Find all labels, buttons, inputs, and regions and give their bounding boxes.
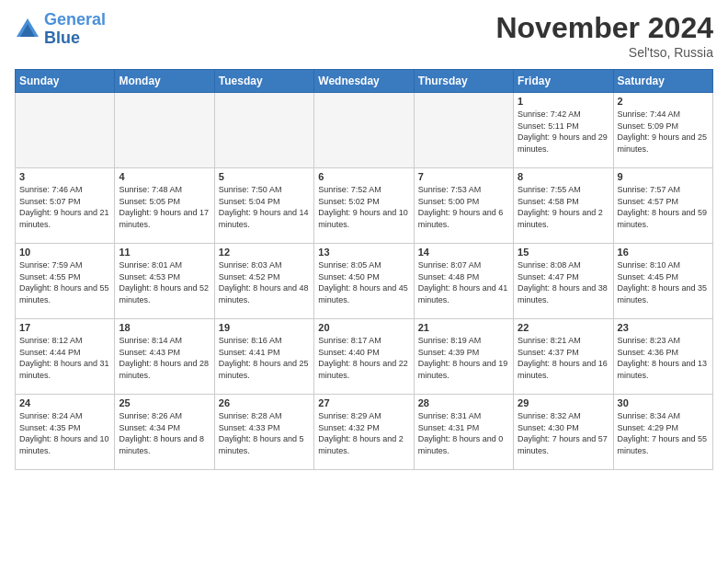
day-number: 9: [618, 171, 709, 182]
day-number: 23: [618, 322, 709, 333]
day-cell-1-6: 9Sunrise: 7:57 AM Sunset: 4:57 PM Daylig…: [613, 168, 712, 244]
header-thursday: Thursday: [414, 70, 513, 93]
day-info: Sunrise: 8:32 AM Sunset: 4:30 PM Dayligh…: [518, 410, 609, 456]
day-number: 13: [318, 247, 409, 258]
title-area: November 2024 Sel'tso, Russia: [495, 11, 713, 60]
day-info: Sunrise: 7:42 AM Sunset: 5:11 PM Dayligh…: [518, 109, 609, 155]
day-info: Sunrise: 8:05 AM Sunset: 4:50 PM Dayligh…: [318, 259, 409, 305]
day-cell-0-2: [214, 93, 313, 168]
day-cell-3-2: 19Sunrise: 8:16 AM Sunset: 4:41 PM Dayli…: [214, 319, 313, 395]
day-cell-4-1: 25Sunrise: 8:26 AM Sunset: 4:34 PM Dayli…: [115, 395, 214, 470]
day-number: 14: [418, 247, 509, 258]
day-cell-1-2: 5Sunrise: 7:50 AM Sunset: 5:04 PM Daylig…: [214, 168, 313, 244]
day-number: 6: [318, 171, 409, 182]
day-cell-3-4: 21Sunrise: 8:19 AM Sunset: 4:39 PM Dayli…: [414, 319, 513, 395]
day-info: Sunrise: 8:03 AM Sunset: 4:52 PM Dayligh…: [219, 259, 310, 305]
day-info: Sunrise: 8:34 AM Sunset: 4:29 PM Dayligh…: [618, 410, 709, 456]
day-info: Sunrise: 8:29 AM Sunset: 4:32 PM Dayligh…: [318, 410, 409, 456]
day-number: 27: [318, 397, 409, 408]
day-info: Sunrise: 8:26 AM Sunset: 4:34 PM Dayligh…: [119, 410, 210, 456]
day-number: 2: [618, 96, 709, 107]
day-info: Sunrise: 8:21 AM Sunset: 4:37 PM Dayligh…: [518, 335, 609, 381]
day-info: Sunrise: 8:24 AM Sunset: 4:35 PM Dayligh…: [19, 410, 110, 456]
day-cell-0-6: 2Sunrise: 7:44 AM Sunset: 5:09 PM Daylig…: [613, 93, 712, 168]
day-cell-2-4: 14Sunrise: 8:07 AM Sunset: 4:48 PM Dayli…: [414, 244, 513, 319]
day-number: 8: [518, 171, 609, 182]
day-cell-4-0: 24Sunrise: 8:24 AM Sunset: 4:35 PM Dayli…: [16, 395, 115, 470]
day-info: Sunrise: 8:14 AM Sunset: 4:43 PM Dayligh…: [119, 335, 210, 381]
day-info: Sunrise: 8:28 AM Sunset: 4:33 PM Dayligh…: [219, 410, 310, 456]
main-container: General Blue November 2024 Sel'tso, Russ…: [0, 0, 728, 477]
day-cell-3-1: 18Sunrise: 8:14 AM Sunset: 4:43 PM Dayli…: [115, 319, 214, 395]
day-number: 12: [219, 247, 310, 258]
day-number: 18: [119, 322, 210, 333]
header-sunday: Sunday: [16, 70, 115, 93]
day-number: 25: [119, 397, 210, 408]
day-number: 19: [219, 322, 310, 333]
day-info: Sunrise: 7:52 AM Sunset: 5:02 PM Dayligh…: [318, 184, 409, 230]
day-info: Sunrise: 7:53 AM Sunset: 5:00 PM Dayligh…: [418, 184, 509, 230]
day-info: Sunrise: 8:19 AM Sunset: 4:39 PM Dayligh…: [418, 335, 509, 381]
day-cell-2-0: 10Sunrise: 7:59 AM Sunset: 4:55 PM Dayli…: [16, 244, 115, 319]
day-cell-4-3: 27Sunrise: 8:29 AM Sunset: 4:32 PM Dayli…: [314, 395, 414, 470]
day-info: Sunrise: 8:23 AM Sunset: 4:36 PM Dayligh…: [618, 335, 709, 381]
header: General Blue November 2024 Sel'tso, Russ…: [15, 11, 713, 60]
day-cell-3-0: 17Sunrise: 8:12 AM Sunset: 4:44 PM Dayli…: [16, 319, 115, 395]
day-cell-1-4: 7Sunrise: 7:53 AM Sunset: 5:00 PM Daylig…: [414, 168, 513, 244]
day-info: Sunrise: 8:31 AM Sunset: 4:31 PM Dayligh…: [418, 410, 509, 456]
day-cell-4-6: 30Sunrise: 8:34 AM Sunset: 4:29 PM Dayli…: [613, 395, 712, 470]
day-number: 7: [418, 171, 509, 182]
logo-icon: [15, 17, 40, 42]
day-number: 17: [19, 322, 110, 333]
logo: General Blue: [15, 11, 106, 48]
month-title: November 2024: [495, 11, 713, 45]
day-cell-1-3: 6Sunrise: 7:52 AM Sunset: 5:02 PM Daylig…: [314, 168, 414, 244]
day-number: 4: [119, 171, 210, 182]
day-number: 15: [518, 247, 609, 258]
day-cell-0-0: [16, 93, 115, 168]
logo-text: General Blue: [44, 11, 106, 48]
day-info: Sunrise: 8:16 AM Sunset: 4:41 PM Dayligh…: [219, 335, 310, 381]
day-number: 1: [518, 96, 609, 107]
day-cell-4-4: 28Sunrise: 8:31 AM Sunset: 4:31 PM Dayli…: [414, 395, 513, 470]
day-number: 28: [418, 397, 509, 408]
day-info: Sunrise: 8:07 AM Sunset: 4:48 PM Dayligh…: [418, 259, 509, 305]
day-cell-0-4: [414, 93, 513, 168]
day-cell-0-3: [314, 93, 414, 168]
day-number: 24: [19, 397, 110, 408]
day-cell-0-1: [115, 93, 214, 168]
day-number: 30: [618, 397, 709, 408]
header-monday: Monday: [115, 70, 214, 93]
header-friday: Friday: [514, 70, 613, 93]
day-info: Sunrise: 7:48 AM Sunset: 5:05 PM Dayligh…: [119, 184, 210, 230]
day-info: Sunrise: 7:59 AM Sunset: 4:55 PM Dayligh…: [19, 259, 110, 305]
day-cell-2-5: 15Sunrise: 8:08 AM Sunset: 4:47 PM Dayli…: [514, 244, 613, 319]
day-cell-2-6: 16Sunrise: 8:10 AM Sunset: 4:45 PM Dayli…: [613, 244, 712, 319]
day-number: 22: [518, 322, 609, 333]
calendar-header-row: Sunday Monday Tuesday Wednesday Thursday…: [16, 70, 713, 93]
day-cell-4-2: 26Sunrise: 8:28 AM Sunset: 4:33 PM Dayli…: [214, 395, 313, 470]
day-info: Sunrise: 7:50 AM Sunset: 5:04 PM Dayligh…: [219, 184, 310, 230]
day-cell-2-2: 12Sunrise: 8:03 AM Sunset: 4:52 PM Dayli…: [214, 244, 313, 319]
header-saturday: Saturday: [613, 70, 712, 93]
week-row-2: 10Sunrise: 7:59 AM Sunset: 4:55 PM Dayli…: [16, 244, 713, 319]
day-number: 10: [19, 247, 110, 258]
day-number: 21: [418, 322, 509, 333]
day-info: Sunrise: 7:57 AM Sunset: 4:57 PM Dayligh…: [618, 184, 709, 230]
day-info: Sunrise: 8:01 AM Sunset: 4:53 PM Dayligh…: [119, 259, 210, 305]
day-cell-3-3: 20Sunrise: 8:17 AM Sunset: 4:40 PM Dayli…: [314, 319, 414, 395]
header-wednesday: Wednesday: [314, 70, 414, 93]
day-number: 5: [219, 171, 310, 182]
day-info: Sunrise: 7:46 AM Sunset: 5:07 PM Dayligh…: [19, 184, 110, 230]
day-info: Sunrise: 8:10 AM Sunset: 4:45 PM Dayligh…: [618, 259, 709, 305]
week-row-0: 1Sunrise: 7:42 AM Sunset: 5:11 PM Daylig…: [16, 93, 713, 168]
location: Sel'tso, Russia: [495, 45, 713, 60]
day-info: Sunrise: 8:17 AM Sunset: 4:40 PM Dayligh…: [318, 335, 409, 381]
day-number: 11: [119, 247, 210, 258]
day-cell-3-6: 23Sunrise: 8:23 AM Sunset: 4:36 PM Dayli…: [613, 319, 712, 395]
day-number: 3: [19, 171, 110, 182]
day-cell-1-0: 3Sunrise: 7:46 AM Sunset: 5:07 PM Daylig…: [16, 168, 115, 244]
day-info: Sunrise: 7:55 AM Sunset: 4:58 PM Dayligh…: [518, 184, 609, 230]
day-cell-2-3: 13Sunrise: 8:05 AM Sunset: 4:50 PM Dayli…: [314, 244, 414, 319]
day-cell-2-1: 11Sunrise: 8:01 AM Sunset: 4:53 PM Dayli…: [115, 244, 214, 319]
